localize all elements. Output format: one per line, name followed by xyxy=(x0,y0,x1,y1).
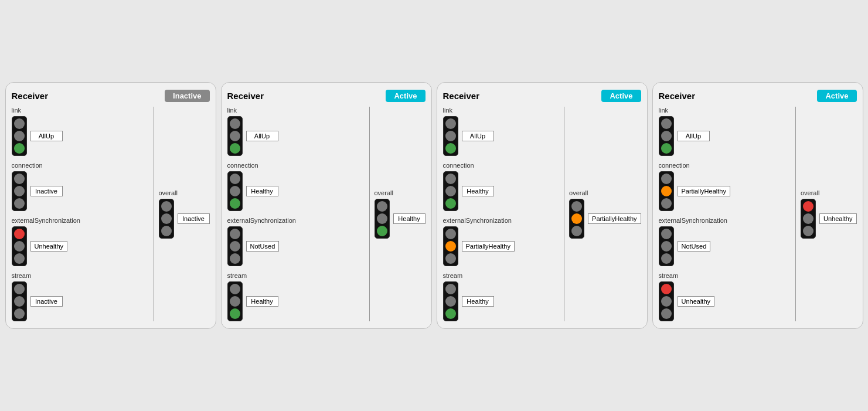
signal-group-4-3: externalSynchronizationNotUsed xyxy=(659,217,793,266)
card-body-2: linkAllUpconnectionHealthyexternalSynchr… xyxy=(227,107,426,321)
overall-traffic-light-4 xyxy=(801,199,816,239)
signal-label-4-4: stream xyxy=(659,272,793,279)
signal-group-3-1: linkAllUp xyxy=(443,107,562,156)
signal-group-1-4: streamInactive xyxy=(12,272,151,321)
signal-group-2-4: streamHealthy xyxy=(227,272,367,321)
traffic-light-2-2 xyxy=(227,171,243,211)
overall-light-1-1 xyxy=(161,201,172,212)
light-3-2-2 xyxy=(445,186,456,196)
light-4-2-1 xyxy=(661,174,672,184)
signal-row-3-2: Healthy xyxy=(443,171,562,211)
overall-status-4: Unhealthy xyxy=(819,213,857,224)
signal-status-4-3: NotUsed xyxy=(678,241,711,252)
light-2-4-3 xyxy=(230,308,240,319)
light-3-1-2 xyxy=(445,131,456,141)
light-2-3-1 xyxy=(230,229,240,239)
left-column-2: linkAllUpconnectionHealthyexternalSynchr… xyxy=(227,107,367,321)
signal-row-4-3: NotUsed xyxy=(659,226,793,266)
light-4-1-2 xyxy=(661,131,672,141)
signal-status-4-4: Unhealthy xyxy=(678,296,715,307)
light-1-1-3 xyxy=(14,143,25,154)
traffic-light-1-4 xyxy=(12,281,27,321)
card-title-2: Receiver xyxy=(227,91,264,101)
signal-row-1-2: Inactive xyxy=(12,171,151,211)
card-title-4: Receiver xyxy=(659,91,696,101)
overall-light-2-2 xyxy=(377,213,387,224)
right-column-2: overallHealthy xyxy=(369,107,426,321)
receiver-card-1: ReceiverInactivelinkAllUpconnectionInact… xyxy=(5,82,216,329)
signal-status-1-3: Unhealthy xyxy=(30,241,68,252)
signal-status-4-1: AllUp xyxy=(678,131,710,141)
signal-label-4-3: externalSynchronization xyxy=(659,217,793,224)
overall-light-4-2 xyxy=(803,213,813,224)
light-4-4-3 xyxy=(661,308,672,319)
signal-label-2-2: connection xyxy=(227,162,367,169)
signal-row-4-2: PartiallyHealthy xyxy=(659,171,793,211)
signal-status-3-2: Healthy xyxy=(462,186,494,196)
card-header-1: ReceiverInactive xyxy=(12,90,210,102)
status-badge-1: Inactive xyxy=(165,90,209,102)
status-badge-3: Active xyxy=(601,90,641,102)
signal-label-3-1: link xyxy=(443,107,562,114)
signal-label-2-4: stream xyxy=(227,272,367,279)
signal-label-1-3: externalSynchronization xyxy=(12,217,151,224)
signal-group-3-3: externalSynchronizationPartiallyHealthy xyxy=(443,217,562,266)
signal-label-1-1: link xyxy=(12,107,151,114)
signal-label-4-2: connection xyxy=(659,162,793,169)
signal-status-1-4: Inactive xyxy=(30,296,63,307)
signal-status-3-3: PartiallyHealthy xyxy=(462,241,515,252)
status-badge-2: Active xyxy=(386,90,425,102)
signal-group-3-4: streamHealthy xyxy=(443,272,562,321)
light-2-4-2 xyxy=(230,296,240,307)
signal-group-1-2: connectionInactive xyxy=(12,162,151,211)
signal-label-3-2: connection xyxy=(443,162,562,169)
traffic-light-4-3 xyxy=(659,226,674,266)
light-3-3-2 xyxy=(445,241,456,252)
signal-group-1-1: linkAllUp xyxy=(12,107,151,156)
light-3-2-3 xyxy=(445,198,456,209)
light-1-2-3 xyxy=(14,198,25,209)
light-3-1-3 xyxy=(445,143,456,154)
card-title-1: Receiver xyxy=(12,91,49,101)
light-1-1-1 xyxy=(14,118,25,129)
light-4-3-1 xyxy=(661,229,672,239)
signal-label-3-4: stream xyxy=(443,272,562,279)
light-1-3-2 xyxy=(14,241,25,252)
signal-status-3-4: Healthy xyxy=(462,296,494,307)
overall-light-4-3 xyxy=(803,226,813,236)
signal-group-3-2: connectionHealthy xyxy=(443,162,562,211)
traffic-light-3-1 xyxy=(443,116,458,156)
overall-status-2: Healthy xyxy=(393,213,426,224)
card-header-2: ReceiverActive xyxy=(227,90,426,102)
traffic-light-3-2 xyxy=(443,171,458,211)
card-body-1: linkAllUpconnectionInactiveexternalSynch… xyxy=(12,107,210,321)
light-2-2-2 xyxy=(230,186,240,196)
light-2-2-1 xyxy=(230,174,240,184)
signal-status-2-3: NotUsed xyxy=(246,241,280,252)
receiver-card-2: ReceiverActivelinkAllUpconnectionHealthy… xyxy=(221,82,432,329)
overall-light-2-1 xyxy=(377,201,387,212)
signal-row-2-4: Healthy xyxy=(227,281,367,321)
signal-status-1-2: Inactive xyxy=(30,186,63,196)
receiver-card-3: ReceiverActivelinkAllUpconnectionHealthy… xyxy=(437,82,648,329)
light-2-1-3 xyxy=(230,143,240,154)
signal-row-4-1: AllUp xyxy=(659,116,793,156)
traffic-light-1-1 xyxy=(12,116,27,156)
overall-light-2-3 xyxy=(377,226,387,236)
overall-label-2: overall xyxy=(375,189,393,196)
traffic-light-4-4 xyxy=(659,281,674,321)
signal-label-2-1: link xyxy=(227,107,367,114)
left-column-4: linkAllUpconnectionPartiallyHealthyexter… xyxy=(659,107,793,321)
receiver-card-4: ReceiverActivelinkAllUpconnectionPartial… xyxy=(652,82,863,329)
signal-label-3-3: externalSynchronization xyxy=(443,217,562,224)
light-1-4-2 xyxy=(14,296,25,307)
light-2-3-3 xyxy=(230,253,240,264)
overall-light-4-1 xyxy=(803,201,813,212)
light-3-4-1 xyxy=(445,284,456,294)
overall-row-4: Unhealthy xyxy=(801,199,857,239)
light-2-1-2 xyxy=(230,131,240,141)
overall-row-3: PartiallyHealthy xyxy=(569,199,641,239)
card-header-3: ReceiverActive xyxy=(443,90,641,102)
traffic-light-1-2 xyxy=(12,171,27,211)
light-3-3-1 xyxy=(445,229,456,239)
